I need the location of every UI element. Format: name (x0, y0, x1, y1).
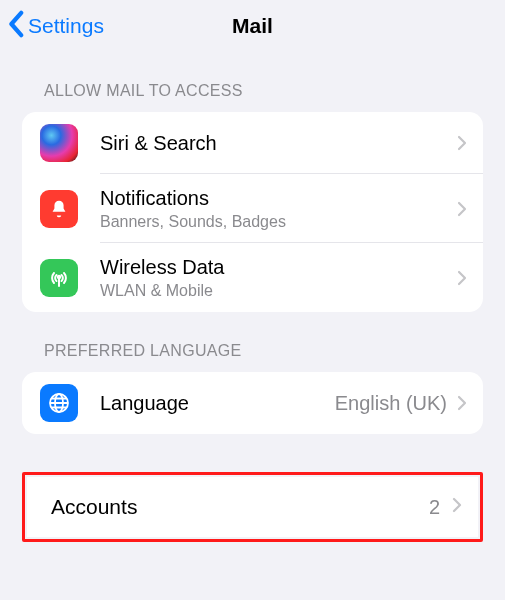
chevron-right-icon (457, 395, 467, 411)
row-label: Accounts (51, 495, 429, 519)
row-subtitle: WLAN & Mobile (100, 282, 457, 300)
row-subtitle: Banners, Sounds, Badges (100, 213, 457, 231)
row-language[interactable]: Language English (UK) (22, 372, 483, 434)
accounts-highlight: Accounts 2 (22, 472, 483, 542)
row-label: Wireless Data (100, 255, 457, 280)
chevron-right-icon (457, 270, 467, 286)
svg-point-1 (58, 275, 60, 277)
bell-icon (40, 190, 78, 228)
row-label: Notifications (100, 186, 457, 211)
back-button[interactable]: Settings (8, 10, 104, 43)
globe-icon (40, 384, 78, 422)
section-header-language: PREFERRED LANGUAGE (0, 312, 505, 372)
row-label: Language (100, 391, 335, 416)
access-card: Siri & Search Notifications Banners, Sou… (22, 112, 483, 312)
antenna-icon (40, 259, 78, 297)
row-wireless-data[interactable]: Wireless Data WLAN & Mobile (22, 243, 483, 312)
navbar: Settings Mail (0, 0, 505, 52)
section-header-access: ALLOW MAIL TO ACCESS (0, 52, 505, 112)
language-card: Language English (UK) (22, 372, 483, 434)
chevron-right-icon (452, 497, 462, 517)
chevron-right-icon (457, 201, 467, 217)
back-label: Settings (28, 14, 104, 38)
row-value: English (UK) (335, 392, 447, 415)
row-value: 2 (429, 496, 440, 519)
siri-icon (40, 124, 78, 162)
row-accounts[interactable]: Accounts 2 (27, 477, 478, 537)
row-notifications[interactable]: Notifications Banners, Sounds, Badges (22, 174, 483, 243)
chevron-left-icon (8, 10, 26, 43)
row-siri-search[interactable]: Siri & Search (22, 112, 483, 174)
chevron-right-icon (457, 135, 467, 151)
row-label: Siri & Search (100, 131, 457, 156)
